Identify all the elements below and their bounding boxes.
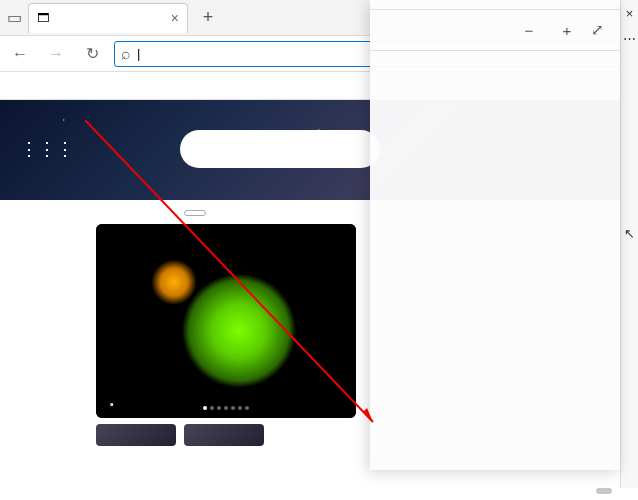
back-button[interactable]: ← [6,40,34,68]
tab-actions-icon[interactable]: ▭ [0,0,28,36]
zoom-row: − + ⤢ [370,13,620,47]
app-launcher-icon[interactable]: ⋮⋮⋮ [20,138,74,160]
page-icon: 🗖 [37,11,49,25]
cursor-icon: ↖ [624,226,635,241]
caption-text [0,488,638,500]
settings-and-more-menu: − + ⤢ [370,0,620,470]
news-source: ▪ [110,398,114,410]
watermark [596,488,612,494]
fullscreen-button[interactable]: ⤢ [586,21,608,39]
search-icon: ⌕ [121,45,131,63]
close-tab-icon[interactable]: × [171,10,179,26]
refresh-button[interactable]: ↻ [78,40,106,68]
web-search-box[interactable] [180,130,380,168]
zoom-out-button[interactable]: − [518,22,540,39]
forward-button: → [42,40,70,68]
feed-customize-button[interactable] [184,210,206,216]
right-sidebar: × ⋯ ↖ [620,0,638,500]
carousel-dots [203,406,249,410]
browser-tab[interactable]: 🗖 × [28,3,188,33]
close-icon[interactable]: × [626,6,634,21]
zoom-in-button[interactable]: + [556,22,578,39]
new-tab-button[interactable]: + [194,7,222,28]
more-icon[interactable]: ⋯ [623,31,636,46]
news-card[interactable]: ▪ [96,224,356,418]
